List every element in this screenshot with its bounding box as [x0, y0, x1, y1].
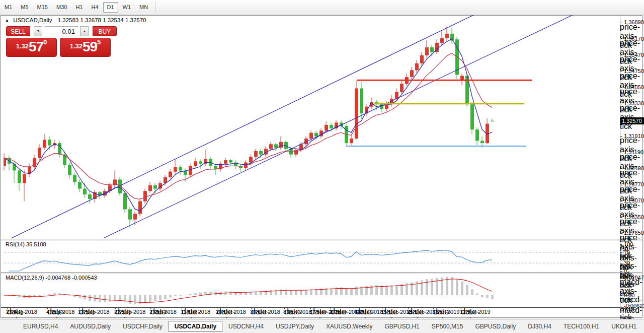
toolbar-separator — [155, 2, 155, 12]
timeframe-button-H1[interactable]: H1 — [71, 2, 87, 13]
candle-body — [440, 38, 444, 43]
timeframe-button-M1[interactable]: M1 — [1, 2, 16, 13]
timeframe-button-H4[interactable]: H4 — [87, 2, 102, 13]
macd-histogram-bar — [169, 295, 172, 297]
volume-input[interactable]: 0.01 — [45, 26, 78, 36]
candle-body — [68, 165, 71, 175]
macd-histogram-bar — [385, 286, 388, 295]
candle-body — [174, 167, 177, 172]
macd-histogram-bar — [149, 295, 151, 302]
candle-body — [475, 129, 479, 141]
tab-USDCAD-Daily[interactable]: USDCAD,Daily — [169, 321, 222, 332]
candle-body — [78, 182, 82, 189]
timeframe-button-M15[interactable]: M15 — [33, 2, 52, 13]
macd-histogram-bar — [305, 290, 307, 295]
ema-moving-average-line — [4, 53, 492, 199]
macd-histogram-bar — [234, 292, 237, 295]
tab-USDCHF-Daily[interactable]: USDCHF,Daily — [117, 321, 169, 331]
macd-histogram-bar — [280, 289, 282, 295]
candle-body — [189, 166, 192, 175]
macd-histogram-bar — [270, 290, 272, 295]
tab-TECH100-H1[interactable]: TECH100,H1 — [557, 321, 605, 331]
candle-body — [38, 148, 41, 158]
macd-histogram-bar — [159, 295, 162, 300]
macd-histogram-bar — [451, 277, 453, 295]
tab-EURUSD-H4[interactable]: EURUSD,H4 — [17, 321, 64, 331]
volume-increase-button[interactable]: ▲ — [80, 26, 89, 36]
timeframe-button-M5[interactable]: M5 — [17, 2, 32, 13]
tab-USDCNH-H4[interactable]: USDCNH,H4 — [222, 321, 270, 331]
macd-histogram-bar — [68, 295, 71, 296]
tab-DJ30-H4[interactable]: DJ30,H4 — [522, 321, 557, 331]
trendline — [104, 15, 575, 238]
candle-body — [199, 161, 202, 164]
macd-histogram-bar — [290, 290, 292, 295]
rsi-line — [9, 250, 492, 271]
tab-GBPUSD-H1[interactable]: GBPUSD,H1 — [378, 321, 425, 331]
rsi-chart-canvas[interactable] — [4, 240, 620, 272]
tab-XAUUSD-Weekly[interactable]: XAUUSD,Weekly — [320, 321, 378, 331]
macd-histogram-bar — [184, 295, 187, 295]
candle-body — [294, 150, 298, 155]
buy-price-big-digits: 59 — [83, 39, 97, 54]
candle-body — [470, 104, 474, 129]
macd-signal-line — [4, 279, 492, 303]
one-click-trading-panel: SELL ▼ 0.01 ▲ BUY 1.32570 1.32595 — [6, 26, 117, 57]
candle-body — [83, 189, 87, 194]
tab-GBPUSD-Daily[interactable]: GBPUSD,Daily — [469, 321, 522, 331]
candle-body — [153, 185, 157, 189]
macd-histogram-bar — [345, 289, 348, 295]
macd-histogram-bar — [129, 295, 131, 304]
macd-histogram-bar — [84, 295, 86, 300]
sell-button[interactable]: SELL — [6, 26, 30, 36]
sell-price-button[interactable]: 1.32570 — [6, 38, 57, 57]
timeframe-button-D1[interactable]: D1 — [103, 2, 118, 13]
candle-body — [58, 143, 61, 155]
tab-UKOil-H1[interactable]: UKOil,H1 — [605, 321, 642, 331]
tab-USDJPY-Daily[interactable]: USDJPY,Daily — [270, 321, 320, 331]
candle-body — [445, 34, 449, 38]
buy-price-button[interactable]: 1.32595 — [60, 38, 111, 57]
macd-histogram-bar — [456, 280, 458, 295]
candle-body — [229, 160, 232, 163]
timeframe-button-M30[interactable]: M30 — [52, 2, 71, 13]
tab-AUDUSD-Daily[interactable]: AUDUSD,Daily — [64, 321, 117, 331]
timeframe-button-MN[interactable]: MN — [135, 2, 152, 13]
candle-body — [430, 47, 434, 52]
candle-body — [133, 214, 137, 219]
candle-body — [138, 201, 142, 214]
macd-histogram-bar — [395, 285, 398, 295]
macd-histogram-bar — [89, 295, 91, 301]
macd-histogram-bar — [164, 295, 167, 299]
timeframe-button-W1[interactable]: W1 — [119, 2, 135, 13]
macd-histogram-bar — [476, 293, 478, 295]
macd-histogram-bar — [109, 295, 111, 302]
macd-histogram-bar — [154, 295, 156, 301]
candle-body — [480, 141, 484, 144]
sell-price-prefix: 1.32 — [16, 42, 29, 50]
candle-body — [274, 144, 278, 148]
macd-histogram-bar — [229, 292, 232, 295]
macd-histogram-bar — [134, 295, 136, 304]
candle-body — [415, 63, 419, 71]
macd-histogram-bar — [390, 285, 393, 295]
candle-body — [360, 88, 363, 113]
candle-body — [179, 167, 182, 171]
macd-histogram-bar — [350, 289, 353, 295]
candle-body — [314, 133, 318, 137]
candle-body — [249, 157, 253, 162]
macd-histogram-bar — [104, 295, 106, 302]
candle-body — [269, 144, 273, 149]
candle-body — [148, 185, 152, 191]
candle-body — [123, 193, 127, 210]
tab-SP500-M15[interactable]: SP500,M15 — [426, 321, 469, 331]
candle-body — [400, 84, 404, 92]
candle-body — [143, 191, 147, 201]
buy-button[interactable]: BUY — [93, 26, 117, 36]
volume-decrease-button[interactable]: ▼ — [34, 26, 42, 36]
candle-body — [164, 177, 167, 183]
candle-body — [23, 174, 26, 183]
macd-histogram-bar — [491, 295, 494, 299]
sell-price-big-digits: 57 — [29, 39, 43, 54]
macd-histogram-bar — [144, 295, 146, 303]
